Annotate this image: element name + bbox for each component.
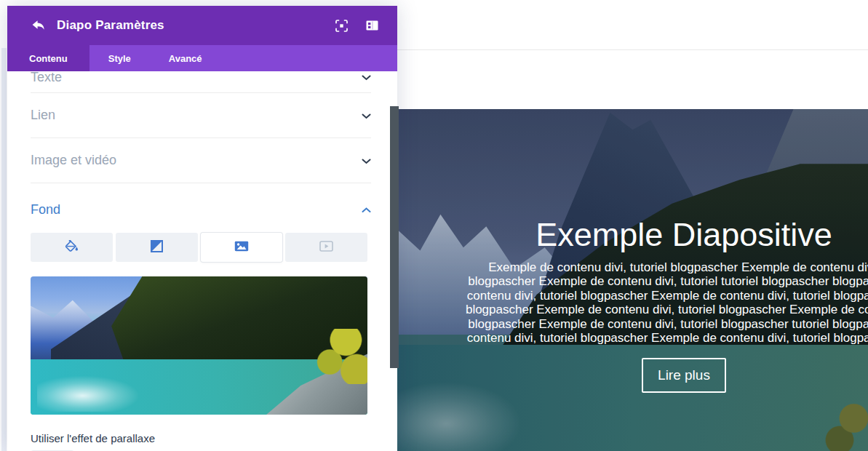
thumb-reflection-art	[37, 376, 138, 412]
background-image-thumbnail[interactable]	[31, 276, 367, 415]
back-arrow-icon[interactable]	[29, 17, 47, 34]
tab-contenu[interactable]: Contenu	[7, 45, 89, 71]
accordion-image-video-label: Image et vidéo	[31, 153, 116, 168]
thumb-bushes-art	[314, 329, 367, 384]
video-icon	[319, 241, 333, 255]
accordion-texte-label: Texte	[31, 71, 62, 85]
slide-body-line: blogpascher Exemple de contenu divi, tut…	[397, 317, 868, 331]
page-section-divider	[397, 49, 868, 50]
modal-tabbar: Contenu Style Avancé	[7, 45, 397, 71]
slide-body-line: blogpascher Exemple de contenu divi, tut…	[397, 274, 868, 288]
parallax-label: Utiliser l'effet de parallaxe	[31, 432, 374, 444]
panel-icon[interactable]	[362, 17, 381, 34]
chevron-down-icon	[362, 109, 371, 122]
slide-title: Exemple Diapositive	[397, 215, 868, 255]
slide-settings-modal: Diapo Paramètres Contenu Style Avancé	[7, 6, 397, 451]
read-more-button[interactable]: Lire plus	[642, 358, 726, 393]
accordion-lien-label: Lien	[31, 108, 55, 123]
page-left-gutter	[1, 48, 7, 451]
slide-body-text: Exemple de contenu divi, tutoriel blogpa…	[397, 260, 868, 345]
modal-body: Texte Lien Image et vidéo Fon	[7, 71, 397, 451]
slide-preview: Exemple Diapositive Exemple de contenu d…	[397, 109, 868, 451]
paint-bucket-icon	[65, 240, 79, 255]
tab-avance[interactable]: Avancé	[150, 45, 221, 71]
background-gradient-tab[interactable]	[116, 233, 198, 262]
background-color-tab[interactable]	[31, 233, 113, 262]
accordion-image-video[interactable]: Image et vidéo	[31, 138, 371, 183]
slide-body-line: blogpascher Exemple de contenu divi, tut…	[397, 303, 868, 316]
focus-icon[interactable]	[332, 17, 351, 34]
slide-body-line: contenu divi, tutoriel blogpascher Exemp…	[397, 331, 868, 345]
accordion-fond[interactable]: Fond	[31, 183, 371, 230]
modal-title: Diapo Paramètres	[57, 18, 320, 33]
chevron-down-icon	[362, 154, 371, 167]
accordion-fond-label: Fond	[31, 202, 60, 217]
accordion-lien[interactable]: Lien	[31, 93, 371, 138]
slide-body-line: Exemple de contenu divi, tutoriel blogpa…	[397, 260, 868, 274]
tab-style[interactable]: Style	[89, 45, 150, 71]
scrollbar-thumb[interactable]	[390, 106, 399, 368]
accordion-texte[interactable]: Texte	[31, 71, 371, 93]
modal-header: Diapo Paramètres	[7, 6, 397, 45]
background-type-tabs	[31, 233, 367, 262]
background-image-tab[interactable]	[201, 233, 283, 262]
chevron-up-icon	[362, 203, 371, 216]
slide-body-line: contenu divi, tutoriel blogpascher Exemp…	[397, 289, 868, 303]
gradient-icon	[151, 240, 163, 255]
image-icon	[234, 241, 249, 255]
background-video-tab[interactable]	[285, 233, 367, 262]
screen: Exemple Diapositive Exemple de contenu d…	[0, 0, 868, 451]
chevron-down-icon	[362, 71, 371, 84]
